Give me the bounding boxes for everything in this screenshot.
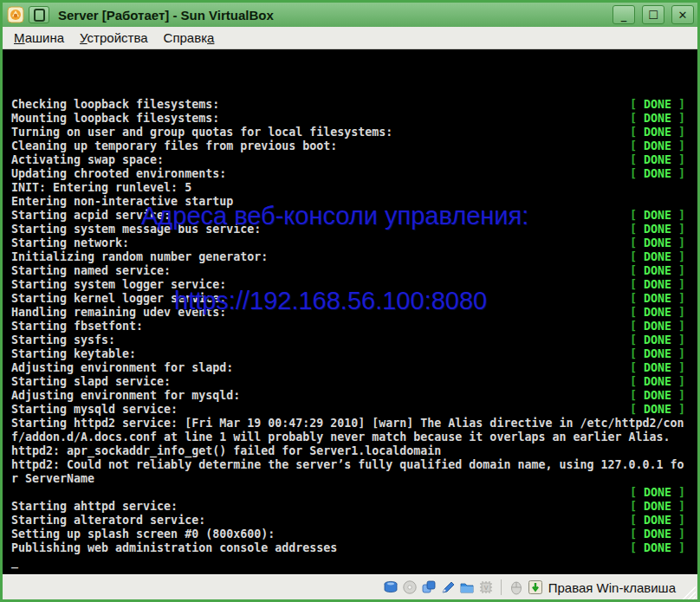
close-button[interactable]: ✕	[671, 5, 694, 24]
done-status: [ DONE ]	[630, 209, 685, 223]
done-status: [ DONE ]	[630, 375, 685, 389]
done-status: [ DONE ]	[630, 264, 685, 278]
done-status: [ DONE ]	[630, 292, 685, 306]
titlebar[interactable]: Server [Работает] - Sun VirtualBox _ ☐ ✕	[3, 3, 697, 27]
console-line: Adjusting environment for mysqld:[ DONE …	[3, 389, 697, 403]
console-line: f/addon.d/A.docs.conf at line 1 will pro…	[3, 430, 697, 444]
console-line: httpd2: Could not reliably determine the…	[3, 458, 697, 472]
console-line: Starting sysfs:[ DONE ]	[3, 333, 697, 347]
menubar: Машина Устройства Справка	[3, 27, 697, 49]
window-menu-icon	[34, 9, 45, 22]
done-status: [ DONE ]	[630, 167, 685, 181]
console-line: Starting alteratord service:[ DONE ]	[3, 514, 697, 528]
harddisks-icon[interactable]	[383, 579, 399, 595]
vm-console-screen[interactable]: Адреса веб-консоли управления: https://1…	[3, 49, 697, 574]
maximize-button[interactable]: ☐	[642, 5, 664, 24]
console-line: Activating swap space:[ DONE ]	[3, 153, 697, 167]
console-line: Starting system logger service:[ DONE ]	[3, 278, 697, 292]
window-menu-button[interactable]	[29, 6, 49, 23]
cd-icon[interactable]	[402, 579, 418, 595]
done-status: [ DONE ]	[630, 528, 685, 541]
console-line: Setting up splash screen #0 (800x600):[ …	[3, 528, 697, 541]
statusbar: V Правая Win-клавиша	[3, 574, 697, 599]
svg-text:V: V	[483, 585, 488, 591]
console-line: Starting keytable:[ DONE ]	[3, 347, 697, 361]
virtualbox-window: Server [Работает] - Sun VirtualBox _ ☐ ✕…	[0, 0, 700, 602]
console-line: Starting slapd service:[ DONE ]	[3, 375, 697, 389]
done-status: [ DONE ]	[630, 333, 685, 347]
console-line: Updating chrooted environments:[ DONE ]	[3, 167, 697, 181]
window-title: Server [Работает] - Sun VirtualBox	[58, 8, 606, 23]
console-line: Publishing web administration console ad…	[3, 541, 697, 555]
console-line: Checking loopback filesystems:[ DONE ]	[3, 98, 697, 112]
done-status: [ DONE ]	[630, 514, 685, 528]
done-status: [ DONE ]	[630, 403, 685, 417]
done-status: [ DONE ]	[630, 500, 685, 514]
virtualization-icon[interactable]: V	[478, 579, 494, 595]
console-line: Starting mysqld service:[ DONE ]	[3, 403, 697, 417]
console-line: Adjusting environment for slapd:[ DONE ]	[3, 361, 697, 375]
done-status: [ DONE ]	[630, 126, 685, 139]
done-status: [ DONE ]	[630, 223, 685, 236]
console-line: Mounting loopback filesystems:[ DONE ]	[3, 112, 697, 126]
done-status: [ DONE ]	[630, 541, 685, 555]
console-line: Starting system message bus service:[ DO…	[3, 223, 697, 236]
console-line: _	[3, 555, 697, 569]
mouse-icon[interactable]	[509, 579, 524, 595]
done-status: [ DONE ]	[630, 250, 685, 264]
console-line: Initializing random number generator:[ D…	[3, 250, 697, 264]
console-line: httpd2: apr_sockaddr_info_get() failed f…	[3, 444, 697, 458]
done-status: [ DONE ]	[630, 486, 685, 500]
console-line: [ DONE ]	[3, 486, 697, 500]
console-line: Starting ahttpd service:[ DONE ]	[3, 500, 697, 514]
usb-icon[interactable]	[440, 579, 456, 595]
console-line: Handling remaining udev events:[ DONE ]	[3, 306, 697, 320]
network-icon[interactable]	[421, 579, 437, 595]
done-status: [ DONE ]	[630, 389, 685, 403]
done-status: [ DONE ]	[630, 347, 685, 361]
console-line: Cleaning up temporary files from previou…	[3, 139, 697, 153]
console-line: Turning on user and group quotas for loc…	[3, 126, 697, 139]
console-line: Entering non-interactive startup	[3, 195, 697, 209]
done-status: [ DONE ]	[630, 361, 685, 375]
done-status: [ DONE ]	[630, 320, 685, 333]
virtualbox-logo-icon	[7, 6, 24, 23]
menu-devices[interactable]: Устройства	[72, 29, 155, 47]
done-status: [ DONE ]	[630, 98, 685, 112]
console-line: r ServerName	[3, 472, 697, 486]
hostkey-label: Правая Win-клавиша	[548, 580, 676, 595]
menu-help[interactable]: Справка	[156, 29, 223, 47]
done-status: [ DONE ]	[630, 236, 685, 250]
shared-folders-icon[interactable]	[459, 579, 475, 595]
console-line: INIT: Entering runlevel: 5	[3, 181, 697, 195]
console-line: Starting fbsetfont:[ DONE ]	[3, 320, 697, 333]
menu-machine[interactable]: Машина	[6, 29, 72, 47]
done-status: [ DONE ]	[630, 153, 685, 167]
done-status: [ DONE ]	[630, 278, 685, 292]
console-line: Starting acpid service:[ DONE ]	[3, 209, 697, 223]
minimize-button[interactable]: _	[612, 5, 635, 24]
console-line: Starting network:[ DONE ]	[3, 236, 697, 250]
console-line: Starting named service:[ DONE ]	[3, 264, 697, 278]
done-status: [ DONE ]	[630, 112, 685, 126]
resize-grip[interactable]	[683, 586, 696, 599]
hostkey-icon[interactable]	[528, 579, 543, 595]
console-line: Starting httpd2 service: [Fri Mar 19 00:…	[3, 417, 697, 430]
statusbar-separator	[501, 579, 502, 595]
done-status: [ DONE ]	[630, 139, 685, 153]
console-line: Starting kernel logger service:[ DONE ]	[3, 292, 697, 306]
done-status: [ DONE ]	[630, 306, 685, 320]
